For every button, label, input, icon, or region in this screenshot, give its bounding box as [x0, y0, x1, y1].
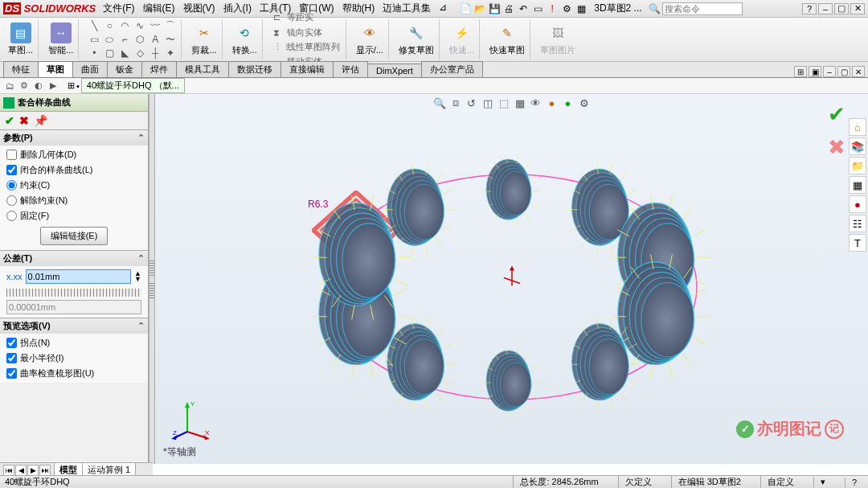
menu-pin-icon[interactable]: ⊿ — [436, 0, 449, 17]
offset-button[interactable]: ⊏等距实 — [271, 10, 316, 24]
tab-sheetmetal[interactable]: 钣金 — [107, 61, 142, 77]
closed-spline-checkbox[interactable]: 闭合的样条曲线(L) — [6, 164, 141, 176]
tab-weldment[interactable]: 焊件 — [141, 61, 177, 77]
ellipse-icon[interactable]: ⬭ — [102, 33, 117, 46]
min-radius-checkbox[interactable]: 最小半径(I) — [6, 352, 141, 364]
save-icon[interactable]: 💾 — [488, 2, 501, 15]
graphics-viewport[interactable]: 🔍 ⧈ ↺ ◫ ⬚ ▦ 👁 ● ● ⚙ ✔ ✖ ⌂ 📚 📁 ▦ ● ☷ T 圖亦… — [155, 94, 868, 464]
tab-last-icon[interactable]: ⏭ — [39, 465, 51, 476]
menu-view[interactable]: 视图(V) — [181, 0, 218, 17]
spline-icon[interactable]: ∿ — [133, 19, 147, 32]
view-settings-icon[interactable]: ⚙ — [577, 96, 592, 110]
display-style-icon[interactable]: ▦ — [513, 96, 527, 110]
cancel-button[interactable]: ✖ — [19, 114, 29, 127]
trim-button[interactable]: ✂ 剪裁... — [190, 21, 218, 58]
help-icon[interactable]: ? — [802, 3, 817, 14]
menu-file[interactable]: 文件(F) — [100, 0, 137, 17]
menu-help[interactable]: 帮助(H) — [340, 0, 378, 17]
slot-icon[interactable]: ▢ — [102, 47, 117, 59]
tolerance-slider[interactable] — [6, 289, 141, 297]
section-head-tolerance[interactable]: 公差(T)⌃ — [0, 251, 148, 266]
pushpin-icon[interactable]: 📌 — [34, 114, 47, 127]
chamfer2-icon[interactable]: ◣ — [117, 47, 132, 59]
design-lib-icon[interactable]: 📚 — [849, 137, 866, 155]
point-icon[interactable]: • — [87, 47, 101, 59]
display-mgr-icon[interactable]: ◐ — [32, 80, 45, 92]
mdi-max-icon[interactable]: ▢ — [837, 66, 850, 77]
arc-icon[interactable]: ◠ — [117, 19, 132, 32]
status-unit-icon[interactable]: ▾ — [813, 477, 832, 487]
mirror-button[interactable]: ⧗镜向实体 — [271, 26, 342, 39]
custom-props-icon[interactable]: ☷ — [849, 215, 866, 232]
tab-feature[interactable]: 特征 — [3, 61, 39, 77]
options-icon[interactable]: ⚙ — [560, 2, 573, 15]
tab-next-icon[interactable]: ▶ — [27, 465, 39, 476]
select-icon[interactable]: ▭ — [531, 2, 544, 15]
prev-view-icon[interactable]: ↺ — [465, 96, 479, 110]
rapid-button[interactable]: ⚡ 快速... — [448, 21, 476, 58]
tab-dimxpert[interactable]: DimXpert — [367, 64, 422, 77]
delete-geometry-checkbox[interactable]: 删除几何体(D) — [6, 149, 141, 161]
fillet-icon[interactable]: ⌐ — [117, 33, 132, 46]
mdi-close-icon[interactable]: ✕ — [852, 66, 865, 77]
menu-insert[interactable]: 插入(I) — [221, 0, 254, 17]
plane-icon[interactable]: ◇ — [133, 47, 147, 59]
section-head-parameters[interactable]: 参数(P)⌃ — [0, 130, 148, 146]
menu-edit[interactable]: 编辑(E) — [141, 0, 178, 17]
document-tab[interactable]: 40螺旋手环DHQ （默... — [81, 78, 185, 93]
linear-pattern-button[interactable]: ⋮⋮线性草图阵列 — [271, 40, 342, 54]
sketch-pic-button[interactable]: 🖼 草图图片 — [538, 21, 577, 58]
file-explorer-icon[interactable]: 📁 — [849, 157, 866, 174]
repair-sketch-button[interactable]: 🔧 修复草图 — [397, 21, 436, 58]
status-custom[interactable]: 自定义 — [760, 476, 800, 488]
inflection-checkbox[interactable]: 拐点(N) — [6, 337, 141, 349]
tab-data[interactable]: 数据迁移 — [228, 61, 281, 77]
tab-first-icon[interactable]: ⏮ — [3, 465, 14, 476]
status-help-icon[interactable]: ? — [845, 478, 863, 487]
misc-icon[interactable]: ✦ — [163, 47, 178, 59]
rebuild-icon[interactable]: ! — [546, 2, 559, 15]
appearance-icon[interactable]: ● — [545, 96, 559, 110]
pane-icon[interactable]: ▦ — [575, 2, 588, 15]
menu-maidi[interactable]: 迈迪工具集 — [380, 0, 433, 17]
resources-icon[interactable]: ⌂ — [849, 118, 866, 136]
appearances-icon[interactable]: ● — [849, 195, 866, 213]
centerline-icon[interactable]: ┼ — [148, 47, 162, 59]
mdi-tile-icon[interactable]: ⊞ — [794, 66, 807, 77]
tab-mold[interactable]: 模具工具 — [176, 61, 229, 77]
fixed-radio[interactable]: 固定(F) — [6, 210, 141, 222]
line-icon[interactable]: ╲ — [87, 19, 101, 32]
tolerance-fine-input[interactable] — [6, 300, 141, 314]
rect-icon[interactable]: ▭ — [87, 33, 101, 46]
config-icon[interactable]: ⚙ — [18, 80, 31, 92]
tab-sketch[interactable]: 草图 — [38, 61, 73, 77]
tab-surface[interactable]: 曲面 — [72, 61, 108, 77]
arrow-icon[interactable]: ▶ — [47, 80, 59, 92]
tolerance-input[interactable] — [26, 269, 132, 284]
display-button[interactable]: 👁 显示/... — [354, 21, 385, 58]
text-icon[interactable]: A — [148, 33, 162, 46]
tree-icon[interactable]: 🗂 — [3, 80, 16, 92]
unconstraint-radio[interactable]: 解除约束(N) — [6, 195, 141, 207]
minimize-button[interactable]: – — [818, 3, 833, 14]
print-icon[interactable]: 🖨 — [502, 2, 515, 15]
convert-button[interactable]: ⟲ 转换... — [231, 21, 259, 58]
rapid2-button[interactable]: ✎ 快速草图 — [488, 21, 526, 58]
mdi-min-icon[interactable]: – — [823, 66, 836, 77]
curve-icon[interactable]: 〜 — [163, 33, 178, 46]
ok-button[interactable]: ✔ — [5, 114, 14, 127]
view-palette-icon[interactable]: ▦ — [849, 176, 866, 194]
curvature-comb-checkbox[interactable]: 曲率检查梳形图(U) — [6, 367, 141, 379]
search-input[interactable] — [662, 2, 743, 15]
droplet-icon[interactable]: ⌒ — [163, 19, 178, 32]
wave-icon[interactable]: 〰 — [148, 19, 162, 32]
tab-evaluate[interactable]: 评估 — [333, 61, 368, 77]
new-icon[interactable]: 📄 — [459, 2, 472, 15]
close-button[interactable]: ✕ — [850, 3, 865, 14]
zoom-fit-icon[interactable]: 🔍 — [432, 96, 447, 110]
tab-office[interactable]: 办公室产品 — [421, 61, 483, 77]
polygon-icon[interactable]: ⬡ — [133, 33, 147, 46]
edit-links-button[interactable]: 编辑链接(E) — [40, 227, 108, 245]
reject-icon[interactable]: ✖ — [828, 135, 845, 160]
smart-dimension-button[interactable]: ↔ 智能... — [47, 21, 75, 58]
